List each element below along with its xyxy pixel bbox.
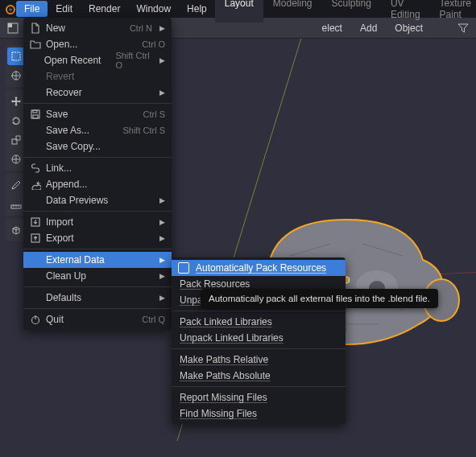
blank-icon xyxy=(28,53,41,68)
menu-item-label: Pack Linked Libraries xyxy=(180,316,339,327)
external-data-item[interactable]: Automatically Pack Resources xyxy=(172,260,346,276)
blank-icon xyxy=(28,85,43,100)
tool-cursor[interactable] xyxy=(7,67,25,84)
menu-item-label: Make Paths Absolute xyxy=(180,370,339,381)
menu-item-label: Open... xyxy=(46,39,127,50)
export-icon xyxy=(28,231,43,245)
menu-render[interactable]: Render xyxy=(81,1,128,17)
blank-icon xyxy=(28,290,43,305)
header-select[interactable]: elect xyxy=(316,21,349,35)
blank-icon xyxy=(28,139,43,154)
submenu-arrow-icon: ▶ xyxy=(157,272,165,280)
file-menu-item[interactable]: Export▶ xyxy=(23,230,172,246)
tool-annotate[interactable] xyxy=(7,176,25,194)
file-menu-item[interactable]: External Data▶ xyxy=(23,252,172,268)
external-data-item[interactable]: Unpack Linked Libraries xyxy=(172,330,346,346)
tab-modeling[interactable]: Modeling xyxy=(263,0,322,23)
menu-item-label: Report Missing Files xyxy=(180,392,339,403)
menu-item-label: Unpack Linked Libraries xyxy=(180,332,339,344)
file-menu-item[interactable]: SaveCtrl S xyxy=(23,106,172,122)
tab-sculpting[interactable]: Sculpting xyxy=(322,0,381,23)
file-dropdown-menu: NewCtrl N▶Open...Ctrl OOpen RecentShift … xyxy=(23,18,172,330)
menu-item-label: Automatically Pack Resources xyxy=(196,262,339,274)
file-menu-item[interactable]: Defaults▶ xyxy=(23,290,172,306)
crescent-icon[interactable] xyxy=(434,20,450,36)
header-object[interactable]: Object xyxy=(388,21,429,35)
external-data-item[interactable]: Pack Linked Libraries xyxy=(172,314,346,330)
submenu-arrow-icon: ▶ xyxy=(157,24,165,32)
menu-item-label: Append... xyxy=(46,179,165,190)
tab-layout[interactable]: Layout xyxy=(215,0,263,23)
file-menu-item[interactable]: Save As...Shift Ctrl S xyxy=(23,122,172,138)
blank-icon xyxy=(28,123,43,138)
editor-type-icon[interactable] xyxy=(5,20,21,36)
menu-file[interactable]: File xyxy=(16,1,48,17)
file-menu-item[interactable]: Import▶ xyxy=(23,214,172,230)
menu-item-shortcut: Ctrl O xyxy=(142,39,165,49)
tool-scale[interactable] xyxy=(7,131,25,149)
menu-item-label: Open Recent xyxy=(44,55,101,66)
tool-add-cube[interactable] xyxy=(7,221,25,239)
tooltip: Automatically pack all external files in… xyxy=(201,289,438,308)
submenu-arrow-icon: ▶ xyxy=(157,234,165,242)
submenu-arrow-icon: ▶ xyxy=(157,196,165,204)
menu-item-label: Save As... xyxy=(46,125,108,136)
menu-item-label: Save Copy... xyxy=(46,141,165,152)
tool-select-box[interactable] xyxy=(7,47,25,65)
file-menu-item[interactable]: QuitCtrl Q xyxy=(23,311,172,327)
menu-edit[interactable]: Edit xyxy=(48,1,81,17)
tab-uv-editing[interactable]: UV Editing xyxy=(381,0,430,23)
submenu-arrow-icon: ▶ xyxy=(158,56,165,64)
blank-icon xyxy=(28,269,43,283)
menu-item-shortcut: Ctrl S xyxy=(143,109,166,119)
file-menu-item[interactable]: Append... xyxy=(23,176,172,192)
top-menu: File Edit Render Window Help xyxy=(16,1,215,17)
tool-measure[interactable] xyxy=(7,196,25,213)
menu-item-label: Revert xyxy=(46,71,165,82)
menu-item-label: Pack Resources xyxy=(180,278,339,290)
tool-move[interactable] xyxy=(7,93,25,110)
external-data-item[interactable]: Report Missing Files xyxy=(172,389,346,406)
blender-logo-icon xyxy=(3,1,16,17)
file-menu-item[interactable]: Revert xyxy=(23,68,172,84)
tool-rotate[interactable] xyxy=(7,112,25,130)
file-menu-item[interactable]: Clean Up▶ xyxy=(23,268,172,284)
file-menu-item[interactable]: NewCtrl N▶ xyxy=(23,20,172,36)
file-menu-item[interactable]: Open...Ctrl O xyxy=(23,36,172,52)
file-menu-item[interactable]: Data Previews▶ xyxy=(23,192,172,208)
submenu-arrow-icon: ▶ xyxy=(157,256,165,264)
menu-item-label: Find Missing Files xyxy=(180,408,339,419)
tool-transform[interactable] xyxy=(7,150,25,168)
header-add[interactable]: Add xyxy=(354,21,383,35)
svg-rect-34 xyxy=(33,115,38,118)
blank-icon xyxy=(28,253,43,267)
filter-icon[interactable] xyxy=(455,20,471,36)
file-menu-item[interactable]: Link... xyxy=(23,160,172,176)
file-menu-item[interactable]: Recover▶ xyxy=(23,84,172,101)
import-icon xyxy=(28,215,43,229)
new-file-icon xyxy=(28,21,43,35)
svg-point-1 xyxy=(9,8,12,11)
svg-rect-33 xyxy=(33,110,37,113)
menu-item-label: Recover xyxy=(46,87,152,98)
menu-item-label: New xyxy=(46,23,115,34)
power-icon xyxy=(28,312,43,327)
file-menu-item[interactable]: Save Copy... xyxy=(23,138,172,154)
menu-item-label: Clean Up xyxy=(46,270,152,282)
menu-item-label: Make Paths Relative xyxy=(180,354,339,365)
save-icon xyxy=(28,107,43,121)
menu-window[interactable]: Window xyxy=(128,1,179,17)
menu-item-shortcut: Shift Ctrl S xyxy=(122,126,165,135)
external-data-item[interactable]: Make Paths Relative xyxy=(172,352,346,368)
external-data-submenu: Automatically Pack ResourcesPack Resourc… xyxy=(172,257,346,424)
submenu-arrow-icon: ▶ xyxy=(157,89,165,97)
file-menu-item[interactable]: Open RecentShift Ctrl O▶ xyxy=(23,52,172,68)
menu-help[interactable]: Help xyxy=(179,1,215,17)
menu-item-shortcut: Shift Ctrl O xyxy=(115,51,153,70)
blank-icon xyxy=(28,69,43,84)
external-data-item[interactable]: Find Missing Files xyxy=(172,406,346,422)
external-data-item[interactable]: Make Paths Absolute xyxy=(172,368,346,384)
svg-rect-3 xyxy=(8,23,12,27)
menu-item-label: Save xyxy=(46,109,129,120)
menu-item-shortcut: Ctrl N xyxy=(130,23,152,33)
